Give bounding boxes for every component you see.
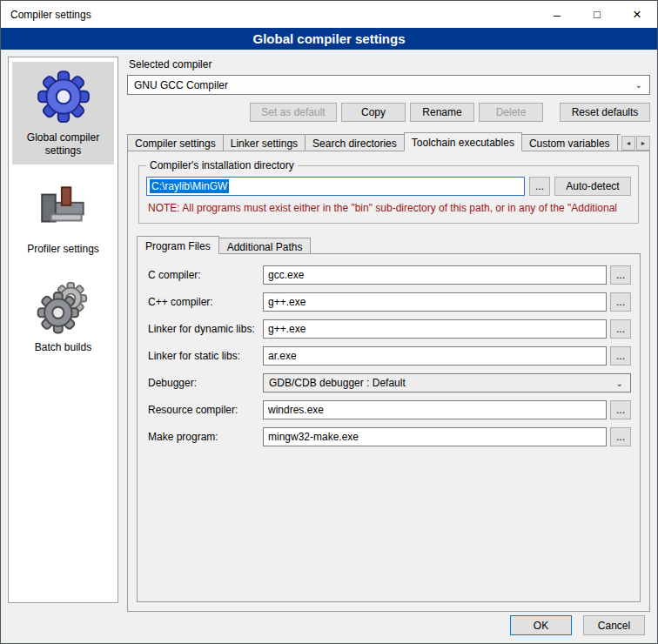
minimize-icon[interactable]: – (537, 1, 577, 28)
dynamic-linker-label: Linker for dynamic libs: (148, 323, 263, 335)
chevron-down-icon: ⌄ (609, 379, 630, 388)
dialog-footer: OK Cancel (510, 615, 645, 635)
cpp-compiler-label: C++ compiler: (148, 296, 263, 308)
static-linker-input[interactable] (263, 346, 607, 366)
ok-button[interactable]: OK (510, 615, 572, 635)
selected-compiler-dropdown[interactable]: GNU GCC Compiler ⌄ (127, 75, 650, 95)
tab-build-options[interactable]: Build options (617, 134, 621, 151)
cpp-compiler-browse-button[interactable]: ... (610, 292, 631, 312)
tab-search-directories[interactable]: Search directories (305, 134, 405, 151)
field-row-make-program: Make program: ... (148, 427, 631, 446)
field-row-resource-compiler: Resource compiler: ... (148, 400, 631, 419)
installation-directory-group-title: Compiler's installation directory (146, 159, 298, 171)
field-row-debugger: Debugger: GDB/CDB debugger : Default ⌄ (148, 373, 631, 392)
tab-custom-variables[interactable]: Custom variables (521, 134, 618, 151)
installation-directory-input[interactable]: C:\raylib\MinGW (146, 177, 525, 196)
static-linker-label: Linker for static libs: (148, 350, 263, 362)
delete-button[interactable]: Delete (479, 103, 543, 122)
browse-directory-button[interactable]: ... (529, 177, 550, 196)
debugger-label: Debugger: (148, 377, 263, 389)
settings-category-list: Global compiler settings Profiler settin… (8, 57, 118, 603)
rename-button[interactable]: Rename (410, 103, 474, 122)
tabs-scroll-area: Compiler settings Linker settings Search… (127, 132, 621, 151)
close-icon[interactable]: × (617, 1, 657, 28)
installation-directory-selected-text: C:\raylib\MinGW (150, 179, 229, 193)
gears-grey-icon (35, 277, 92, 334)
sidebar-item-label: Global compiler settings (14, 131, 112, 158)
program-files-panel: C compiler: ... C++ compiler: ... Linker… (137, 253, 641, 602)
tab-toolchain-executables[interactable]: Toolchain executables (404, 132, 522, 151)
sidebar-item-batch-builds[interactable]: Batch builds (12, 272, 114, 361)
program-files-subtabs: Program Files Additional Paths (137, 236, 642, 254)
subtab-additional-paths[interactable]: Additional Paths (218, 238, 312, 254)
sidebar-item-profiler-settings[interactable]: Profiler settings (12, 173, 114, 263)
resource-compiler-browse-button[interactable]: ... (610, 400, 631, 419)
sidebar-item-label: Batch builds (35, 341, 91, 354)
debugger-value: GDB/CDB debugger : Default (269, 377, 406, 389)
subtab-program-files[interactable]: Program Files (137, 236, 219, 254)
field-row-static-linker: Linker for static libs: ... (148, 346, 631, 366)
dynamic-linker-browse-button[interactable]: ... (610, 319, 631, 339)
resource-compiler-input[interactable] (263, 400, 607, 419)
sidebar-item-label: Profiler settings (27, 243, 99, 256)
installation-directory-group: Compiler's installation directory C:\ray… (138, 165, 639, 224)
reset-defaults-button[interactable]: Reset defaults (560, 103, 650, 122)
dynamic-linker-input[interactable] (263, 319, 607, 339)
auto-detect-button[interactable]: Auto-detect (554, 177, 631, 196)
cancel-button[interactable]: Cancel (583, 615, 645, 635)
main-area: Selected compiler GNU GCC Compiler ⌄ Set… (127, 57, 650, 612)
page-title: Global compiler settings (1, 28, 657, 50)
tab-scroll-left-icon[interactable]: ◄ (621, 136, 635, 151)
tab-scroll-right-icon[interactable]: ► (636, 136, 650, 151)
compiler-settings-dialog: Compiler settings – □ × Global compiler … (0, 0, 658, 644)
compiler-actions: Set as default Copy Rename Delete Reset … (127, 103, 650, 122)
maximize-icon[interactable]: □ (577, 1, 617, 28)
selected-compiler-label: Selected compiler (129, 58, 650, 70)
cpp-compiler-input[interactable] (263, 292, 607, 312)
static-linker-browse-button[interactable]: ... (610, 346, 631, 366)
field-row-dynamic-linker: Linker for dynamic libs: ... (148, 319, 631, 339)
copy-button[interactable]: Copy (341, 103, 406, 122)
profiler-tool-icon (35, 178, 92, 236)
toolchain-executables-panel: Compiler's installation directory C:\ray… (127, 151, 650, 612)
c-compiler-browse-button[interactable]: ... (610, 265, 631, 285)
field-row-c-compiler: C compiler: ... (148, 265, 631, 285)
c-compiler-input[interactable] (263, 265, 607, 285)
tab-linker-settings[interactable]: Linker settings (223, 134, 306, 151)
field-row-cpp-compiler: C++ compiler: ... (148, 292, 631, 312)
sidebar-item-global-compiler-settings[interactable]: Global compiler settings (12, 62, 114, 164)
debugger-dropdown[interactable]: GDB/CDB debugger : Default ⌄ (263, 373, 631, 392)
settings-tabstrip: Compiler settings Linker settings Search… (127, 132, 650, 151)
tab-compiler-settings[interactable]: Compiler settings (127, 134, 224, 151)
dialog-content: Global compiler settings Profiler settin… (1, 50, 657, 643)
make-program-input[interactable] (263, 427, 607, 446)
installation-note: NOTE: All programs must exist either in … (148, 202, 629, 214)
chevron-down-icon: ⌄ (628, 80, 649, 90)
set-as-default-button[interactable]: Set as default (250, 103, 337, 122)
selected-compiler-value: GNU GCC Compiler (134, 79, 228, 91)
window-title: Compiler settings (10, 9, 91, 21)
c-compiler-label: C compiler: (148, 269, 263, 281)
title-bar: Compiler settings – □ × (1, 1, 657, 28)
tab-scroll-buttons: ◄ ► (621, 136, 650, 151)
make-program-browse-button[interactable]: ... (610, 427, 631, 446)
gear-blue-icon (35, 67, 92, 124)
window-controls: – □ × (537, 1, 657, 28)
make-program-label: Make program: (148, 431, 263, 443)
installation-directory-row: C:\raylib\MinGW ... Auto-detect (146, 177, 631, 196)
resource-compiler-label: Resource compiler: (148, 404, 263, 416)
